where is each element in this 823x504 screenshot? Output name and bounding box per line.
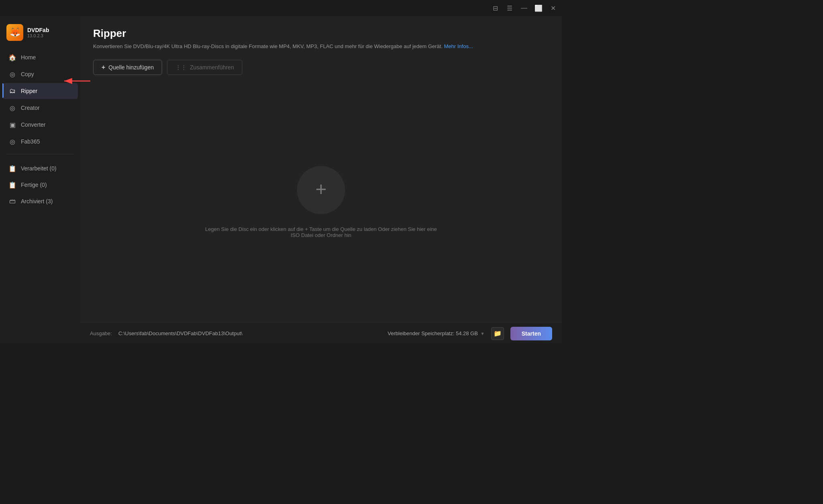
fab365-icon: ◎: [9, 138, 16, 145]
menu-btn[interactable]: ☰: [506, 4, 514, 12]
close-btn[interactable]: ✕: [549, 4, 557, 12]
sidebar-item-creator-label: Creator: [21, 105, 40, 111]
output-label: Ausgabe:: [90, 330, 112, 336]
page-title: Ripper: [93, 27, 549, 40]
sidebar-divider: [6, 154, 74, 154]
window-controls: ⊟ ☰ — ⬜ ✕: [491, 4, 557, 12]
archiviert-icon: 🗃: [9, 198, 16, 205]
folder-icon: 📁: [494, 330, 502, 337]
titlebar: ⊟ ☰ — ⬜ ✕: [0, 0, 562, 16]
merge-icon: ⋮⋮: [175, 64, 187, 71]
verarbeitet-icon: 📋: [9, 165, 16, 172]
sidebar-item-archiviert-label: Archiviert (3): [21, 198, 53, 204]
start-button[interactable]: Starten: [510, 327, 552, 340]
sidebar-item-converter-label: Converter: [21, 121, 45, 128]
output-path: C:\Users\fab\Documents\DVDFab\DVDFab13\O…: [118, 330, 381, 336]
sidebar-item-home-label: Home: [21, 54, 36, 61]
sidebar-item-fertige-label: Fertige (0): [21, 182, 47, 188]
minimize-btn[interactable]: —: [520, 4, 528, 12]
maximize-btn[interactable]: ⬜: [534, 4, 543, 12]
sidebar-item-copy-label: Copy: [21, 71, 34, 77]
drop-plus-icon: +: [315, 180, 327, 199]
page-subtitle: Konvertieren Sie DVD/Blu-ray/4K Ultra HD…: [93, 43, 549, 50]
logo-icon: 🦊: [6, 24, 23, 41]
sidebar-item-verarbeitet[interactable]: 📋 Verarbeitet (0): [2, 160, 78, 176]
footer: Ausgabe: C:\Users\fab\Documents\DVDFab\D…: [80, 323, 562, 344]
logo-text: DVDFab 13.0.2.3: [27, 27, 49, 38]
drop-circle: +: [297, 166, 345, 214]
ripper-icon: 🗂: [9, 87, 16, 95]
sidebar: 🦊 DVDFab 13.0.2.3 🏠 Home ◎ Copy 🗂 Ripper…: [0, 16, 80, 344]
home-icon: 🏠: [9, 54, 16, 61]
app-version: 13.0.2.3: [27, 33, 49, 38]
creator-icon: ◎: [9, 104, 16, 111]
storage-caret-icon: ▼: [480, 331, 485, 336]
sidebar-item-creator[interactable]: ◎ Creator: [2, 100, 78, 116]
drop-area[interactable]: + Legen Sie die Disc ein oder klicken au…: [80, 81, 562, 323]
app-name: DVDFab: [27, 27, 49, 33]
sidebar-bottom: 📋 Verarbeitet (0) 📋 Fertige (0) 🗃 Archiv…: [0, 160, 80, 210]
taskbar-icon-btn[interactable]: ⊟: [491, 4, 499, 12]
sidebar-item-verarbeitet-label: Verarbeitet (0): [21, 165, 57, 172]
storage-info: Verbleibender Speicherplatz: 54.28 GB ▼: [388, 330, 485, 336]
drop-hint: Legen Sie die Disc ein oder klicken auf …: [201, 226, 441, 238]
add-source-button[interactable]: + Quelle hinzufügen: [93, 60, 162, 75]
sidebar-item-ripper-label: Ripper: [21, 88, 37, 94]
sidebar-item-ripper[interactable]: 🗂 Ripper: [2, 83, 78, 99]
merge-button: ⋮⋮ Zusammenführen: [167, 60, 242, 75]
add-icon: +: [102, 64, 105, 71]
toolbar: + Quelle hinzufügen ⋮⋮ Zusammenführen: [80, 57, 562, 81]
sidebar-item-home[interactable]: 🏠 Home: [2, 49, 78, 65]
sidebar-item-converter[interactable]: ▣ Converter: [2, 117, 78, 133]
sidebar-item-archiviert[interactable]: 🗃 Archiviert (3): [2, 193, 78, 209]
content-header: Ripper Konvertieren Sie DVD/Blu-ray/4K U…: [80, 16, 562, 57]
sidebar-item-copy[interactable]: ◎ Copy: [2, 66, 78, 82]
storage-text: Verbleibender Speicherplatz: 54.28 GB: [388, 330, 478, 336]
copy-icon: ◎: [9, 71, 16, 78]
sidebar-item-fab365[interactable]: ◎ Fab365: [2, 134, 78, 150]
more-info-link[interactable]: Mehr Infos...: [444, 43, 473, 49]
converter-icon: ▣: [9, 121, 16, 128]
fertige-icon: 📋: [9, 181, 16, 188]
app-body: 🦊 DVDFab 13.0.2.3 🏠 Home ◎ Copy 🗂 Ripper…: [0, 16, 562, 344]
folder-button[interactable]: 📁: [491, 327, 504, 340]
main-content: Ripper Konvertieren Sie DVD/Blu-ray/4K U…: [80, 16, 562, 344]
sidebar-item-fertige[interactable]: 📋 Fertige (0): [2, 177, 78, 193]
app-logo: 🦊 DVDFab 13.0.2.3: [0, 19, 80, 49]
sidebar-item-fab365-label: Fab365: [21, 138, 40, 145]
